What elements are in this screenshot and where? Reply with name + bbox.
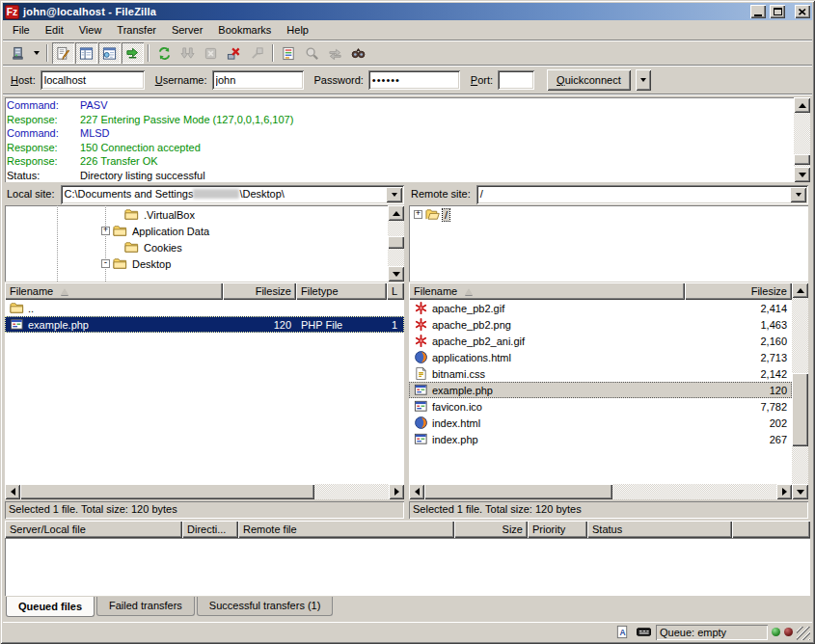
column-header-modified[interactable]: L (387, 282, 404, 300)
minimize-button[interactable] (750, 5, 766, 18)
file-row-parent-dir[interactable]: .. (5, 300, 404, 316)
scroll-down-button[interactable] (792, 484, 808, 499)
chevron-down-icon (640, 78, 646, 82)
username-input[interactable] (212, 70, 304, 90)
remote-list-scrollbar[interactable] (792, 282, 808, 499)
filter-icon (282, 46, 296, 61)
file-row[interactable]: index.html 202 (409, 415, 792, 431)
tree-item-virtualbox[interactable]: .VirtualBox (5, 206, 388, 223)
password-input[interactable] (368, 70, 460, 90)
toggle-local-tree-button[interactable] (75, 42, 97, 64)
column-header-remote-file[interactable]: Remote file (238, 521, 454, 538)
column-header-server-local-file[interactable]: Server/Local file (5, 521, 182, 538)
queue-list[interactable] (5, 538, 810, 596)
tree-item-root[interactable]: + / (409, 206, 808, 223)
toggle-remote-tree-button[interactable] (98, 42, 121, 64)
site-manager-dropdown-button[interactable] (30, 42, 42, 64)
toggle-transfer-queue-button[interactable] (122, 42, 144, 64)
scroll-thumb[interactable] (424, 484, 612, 499)
quickconnect-dropdown-button[interactable] (636, 69, 651, 91)
scroll-up-button[interactable] (388, 205, 404, 221)
column-header-direction[interactable]: Directi... (182, 521, 238, 538)
menu-file[interactable]: File (5, 21, 38, 39)
log-line: Command:PASV (7, 98, 792, 113)
tab-queued-files[interactable]: Queued files (6, 597, 95, 617)
column-header-filename[interactable]: Filename (5, 282, 223, 300)
tree-item-cookies[interactable]: Cookies (5, 239, 388, 255)
scroll-right-button[interactable] (389, 484, 404, 499)
resize-grip[interactable] (797, 627, 810, 640)
file-row[interactable]: index.php 267 (409, 431, 792, 447)
file-row[interactable]: favicon.ico 7,782 (409, 398, 792, 415)
menu-view[interactable]: View (71, 21, 110, 39)
directory-listing-filters-button[interactable] (278, 42, 300, 64)
scroll-thumb[interactable] (388, 236, 404, 249)
php-file-icon (414, 432, 428, 446)
menu-edit[interactable]: Edit (38, 21, 71, 39)
scroll-right-button[interactable] (776, 484, 792, 499)
scroll-thumb[interactable] (792, 373, 808, 446)
tab-failed-transfers[interactable]: Failed transfers (96, 597, 195, 616)
file-row-example-php[interactable]: example.php 120 (409, 382, 792, 398)
refresh-button[interactable] (153, 42, 176, 64)
close-button[interactable] (795, 5, 810, 18)
file-row[interactable]: apache_pb2.png 1,463 (409, 316, 792, 333)
column-header-filesize[interactable]: Filesize (223, 282, 296, 300)
menu-bookmarks[interactable]: Bookmarks (210, 21, 279, 39)
scroll-left-button[interactable] (409, 484, 424, 499)
cancel-icon (204, 46, 218, 61)
tree-item-desktop[interactable]: - Desktop (5, 255, 388, 272)
log-scrollbar[interactable] (794, 97, 810, 182)
collapse-icon[interactable]: - (101, 259, 110, 268)
find-files-button[interactable] (347, 42, 369, 64)
column-header-size[interactable]: Size (454, 521, 528, 538)
host-input[interactable] (41, 70, 145, 90)
local-site-combo[interactable]: C:\Documents and Settings\Desktop\ (61, 185, 404, 204)
remote-list-hscrollbar[interactable] (409, 484, 792, 499)
file-row[interactable]: apache_pb2.gif 2,414 (409, 300, 792, 316)
port-input[interactable] (498, 70, 534, 90)
scroll-down-button[interactable] (794, 167, 810, 182)
scroll-up-button[interactable] (792, 282, 808, 298)
filezilla-window: john@localhost - FileZilla File Edit Vie… (0, 0, 815, 644)
menu-help[interactable]: Help (279, 21, 316, 39)
menu-server[interactable]: Server (164, 21, 210, 39)
column-header-filetype[interactable]: Filetype (296, 282, 387, 300)
transfer-type-icon (613, 625, 631, 639)
local-site-dropdown-button[interactable] (386, 187, 402, 202)
site-manager-button[interactable] (7, 42, 29, 64)
maximize-button[interactable] (770, 5, 785, 18)
maximize-icon (774, 8, 782, 15)
quickconnect-button[interactable]: Quickconnect (547, 69, 631, 91)
local-tree-scrollbar[interactable] (388, 205, 404, 282)
column-header-status[interactable]: Status (587, 521, 732, 538)
column-header-priority[interactable]: Priority (528, 521, 587, 538)
file-row-example-php[interactable]: example.php 120 PHP File 1 (5, 316, 404, 333)
scroll-up-button[interactable] (794, 97, 810, 113)
toggle-message-log-button[interactable] (52, 42, 74, 64)
scroll-thumb[interactable] (20, 484, 314, 499)
scroll-thumb[interactable] (794, 154, 810, 165)
tree-item-application-data[interactable]: + Application Data (5, 223, 388, 239)
menu-transfer[interactable]: Transfer (109, 21, 164, 39)
title-bar[interactable]: john@localhost - FileZilla (3, 3, 812, 20)
column-header-filesize[interactable]: Filesize (685, 282, 792, 300)
scroll-down-button[interactable] (388, 266, 404, 282)
tab-successful-transfers[interactable]: Successful transfers (1) (197, 597, 334, 616)
file-row[interactable]: bitnami.css 2,142 (409, 365, 792, 382)
scroll-left-button[interactable] (5, 484, 20, 499)
file-row[interactable]: apache_pb2_ani.gif 2,160 (409, 333, 792, 349)
port-label: Port: (471, 74, 493, 86)
remote-status-text: Selected 1 file. Total size: 120 bytes (409, 501, 808, 519)
expand-icon[interactable]: + (101, 227, 110, 235)
file-row[interactable]: applications.html 2,713 (409, 349, 792, 365)
remote-site-dropdown-button[interactable] (790, 187, 806, 202)
column-header-filename[interactable]: Filename (409, 282, 685, 300)
local-list-hscrollbar[interactable] (5, 484, 404, 499)
log-line: Response:150 Connection accepted (7, 141, 792, 155)
browser-panes: Local site: C:\Documents and Settings\De… (3, 183, 812, 519)
remote-site-combo[interactable]: / (476, 185, 808, 204)
expand-icon[interactable]: + (414, 210, 422, 219)
disconnect-button[interactable] (223, 42, 245, 64)
html-file-icon (414, 416, 428, 430)
